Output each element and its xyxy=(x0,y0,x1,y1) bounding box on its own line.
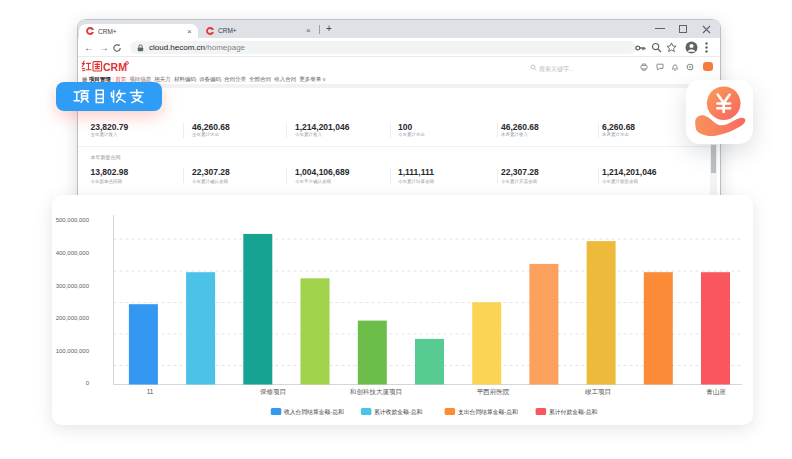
svg-text:青山崖: 青山崖 xyxy=(706,388,726,395)
svg-text:收入合同结算金额-总和: 收入合同结算金额-总和 xyxy=(284,408,344,416)
svg-text:500,000,000: 500,000,000 xyxy=(56,217,90,223)
svg-text:200,000,000: 200,000,000 xyxy=(56,315,90,321)
svg-text:100,000,000: 100,000,000 xyxy=(56,348,90,354)
svg-text:和创科技大厦项目: 和创科技大厦项目 xyxy=(349,388,402,396)
svg-text:CRM: CRM xyxy=(103,61,127,73)
svg-text:竣工项目: 竣工项目 xyxy=(585,388,611,395)
svg-text:累计付款金额-总和: 累计付款金额-总和 xyxy=(549,408,598,416)
svg-text:累计收款金额-总和: 累计收款金额-总和 xyxy=(374,408,423,416)
svg-text:平西府医院: 平西府医院 xyxy=(477,388,510,396)
svg-text:支出合同结算金额-总和: 支出合同结算金额-总和 xyxy=(458,408,518,416)
svg-text:0: 0 xyxy=(86,380,90,386)
svg-text:11: 11 xyxy=(147,388,154,395)
svg-text:300,000,000: 300,000,000 xyxy=(56,283,90,289)
svg-text:400,000,000: 400,000,000 xyxy=(56,250,90,256)
svg-text:保修项目: 保修项目 xyxy=(260,388,286,395)
